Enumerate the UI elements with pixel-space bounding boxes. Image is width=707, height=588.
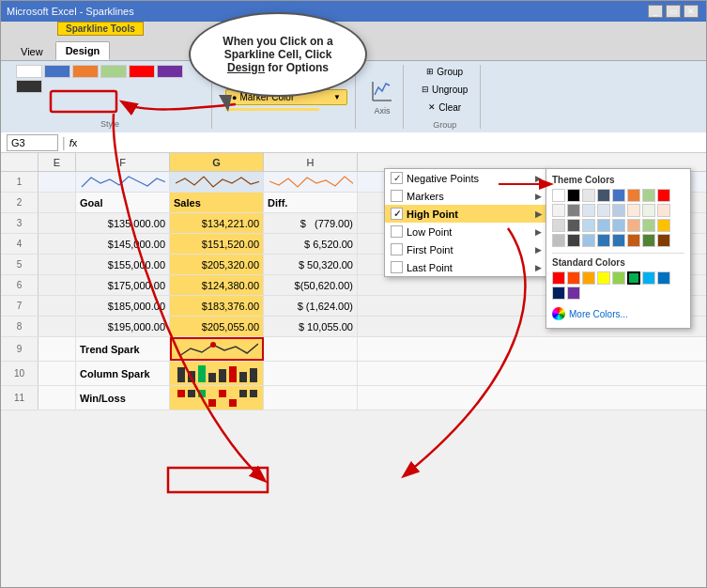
theme-color-3-2[interactable]: [567, 219, 580, 232]
theme-color-2-3[interactable]: [582, 204, 595, 217]
menu-item-first-point[interactable]: First Point ▶: [385, 240, 547, 258]
style-swatch-4[interactable]: [100, 65, 127, 78]
style-swatch-6[interactable]: [157, 65, 183, 78]
first-point-checkbox[interactable]: [391, 243, 403, 255]
theme-color-4-4[interactable]: [597, 234, 610, 247]
theme-color-4-3[interactable]: [582, 234, 595, 247]
cell-6-E[interactable]: [38, 275, 76, 295]
theme-color-2-4[interactable]: [597, 204, 610, 217]
cell-1-E[interactable]: [38, 172, 76, 192]
theme-color-orange[interactable]: [627, 189, 640, 202]
view-tab[interactable]: View: [10, 42, 54, 60]
std-orange[interactable]: [582, 271, 595, 285]
theme-color-2-5[interactable]: [612, 204, 625, 217]
markers-checkbox[interactable]: [391, 190, 403, 202]
cell-3-H[interactable]: $ (779.00): [264, 213, 358, 233]
cell-8-H[interactable]: $ 10,055.00: [264, 317, 358, 336]
cell-8-F[interactable]: $195,000.00: [76, 317, 170, 336]
cell-2-H[interactable]: Diff.: [264, 193, 358, 212]
theme-color-3-6[interactable]: [627, 219, 640, 232]
cell-11-spark[interactable]: [170, 386, 264, 410]
close-button[interactable]: ✕: [684, 5, 699, 18]
theme-color-4-1[interactable]: [552, 234, 565, 247]
cell-6-H[interactable]: $(50,620.00): [264, 275, 358, 295]
name-box[interactable]: [7, 134, 58, 151]
theme-color-black[interactable]: [567, 189, 580, 202]
theme-color-green[interactable]: [642, 189, 655, 202]
theme-color-3-4[interactable]: [597, 219, 610, 232]
menu-item-markers[interactable]: Markers ▶: [385, 187, 547, 205]
std-dark-red[interactable]: [567, 271, 580, 285]
theme-color-blue[interactable]: [612, 189, 625, 202]
theme-color-3-3[interactable]: [582, 219, 595, 232]
std-dark-blue[interactable]: [552, 286, 565, 300]
cell-2-F[interactable]: Goal: [76, 193, 170, 212]
menu-item-high-point[interactable]: High Point ▶: [385, 205, 547, 223]
cell-5-F[interactable]: $155,000.00: [76, 255, 170, 274]
cell-5-H[interactable]: $ 50,320.00: [264, 255, 358, 274]
theme-color-3-5[interactable]: [612, 219, 625, 232]
ungroup-button[interactable]: ⊟ Ungroup: [417, 83, 472, 97]
style-swatch-7[interactable]: [16, 80, 42, 93]
std-light-green[interactable]: [612, 271, 625, 285]
std-red[interactable]: [552, 271, 565, 285]
cell-5-E[interactable]: [38, 255, 76, 274]
col-header-H[interactable]: H: [264, 153, 358, 171]
cell-8-E[interactable]: [38, 317, 76, 336]
cell-7-E[interactable]: [38, 296, 76, 316]
theme-color-3-1[interactable]: [552, 219, 565, 232]
cell-1-F[interactable]: [76, 172, 170, 192]
minimize-button[interactable]: _: [648, 5, 663, 18]
cell-10-E[interactable]: [38, 362, 76, 385]
cell-1-H[interactable]: [264, 172, 358, 192]
std-green[interactable]: [627, 271, 640, 285]
col-header-E[interactable]: E: [38, 153, 76, 171]
cell-3-G[interactable]: $134,221.00: [170, 213, 264, 233]
menu-item-last-point[interactable]: Last Point ▶: [385, 258, 547, 276]
cell-3-E[interactable]: [38, 213, 76, 233]
cell-7-G[interactable]: $183,376.00: [170, 296, 264, 316]
theme-color-3-8[interactable]: [657, 219, 670, 232]
theme-color-dark-blue[interactable]: [597, 189, 610, 202]
cell-9-label[interactable]: Trend Spark: [76, 337, 170, 361]
restore-button[interactable]: ▭: [666, 5, 681, 18]
col-header-G[interactable]: G: [170, 153, 264, 171]
cell-3-F[interactable]: $135,000.00: [76, 213, 170, 233]
cell-1-G[interactable]: [170, 172, 264, 192]
cell-10-label[interactable]: Column Spark: [76, 362, 170, 385]
theme-color-4-8[interactable]: [657, 234, 670, 247]
menu-item-negative[interactable]: Negative Points ▶: [385, 169, 547, 187]
style-swatch-5[interactable]: [129, 65, 155, 78]
cell-7-F[interactable]: $185,000.00: [76, 296, 170, 316]
cell-6-F[interactable]: $175,000.00: [76, 275, 170, 295]
theme-color-4-6[interactable]: [627, 234, 640, 247]
theme-color-4-5[interactable]: [612, 234, 625, 247]
col-header-F[interactable]: F: [76, 153, 170, 171]
theme-color-4-2[interactable]: [567, 234, 580, 247]
more-colors-button[interactable]: More Colors...: [552, 305, 684, 322]
cell-9-spark[interactable]: [170, 337, 264, 361]
theme-color-2-8[interactable]: [657, 204, 670, 217]
style-swatch-1[interactable]: [16, 65, 42, 78]
high-point-checkbox[interactable]: [391, 208, 403, 220]
design-tab[interactable]: Design: [55, 41, 111, 60]
cell-4-G[interactable]: $151,520.00: [170, 234, 264, 254]
std-light-blue[interactable]: [642, 271, 655, 285]
cell-11-H[interactable]: [264, 386, 358, 410]
theme-color-3-7[interactable]: [642, 219, 655, 232]
cell-4-H[interactable]: $ 6,520.00: [264, 234, 358, 254]
theme-color-white[interactable]: [552, 189, 565, 202]
menu-item-low-point[interactable]: Low Point ▶: [385, 223, 547, 240]
cell-7-H[interactable]: $ (1,624.00): [264, 296, 358, 316]
cell-4-E[interactable]: [38, 234, 76, 254]
theme-color-4-7[interactable]: [642, 234, 655, 247]
theme-color-light-gray[interactable]: [582, 189, 595, 202]
cell-4-F[interactable]: $145,000.00: [76, 234, 170, 254]
theme-color-2-2[interactable]: [567, 204, 580, 217]
cell-9-E[interactable]: [38, 337, 76, 361]
style-swatch-3[interactable]: [72, 65, 99, 78]
std-purple[interactable]: [567, 286, 580, 300]
theme-color-2-6[interactable]: [627, 204, 640, 217]
theme-color-2-1[interactable]: [552, 204, 565, 217]
theme-color-red[interactable]: [657, 189, 670, 202]
